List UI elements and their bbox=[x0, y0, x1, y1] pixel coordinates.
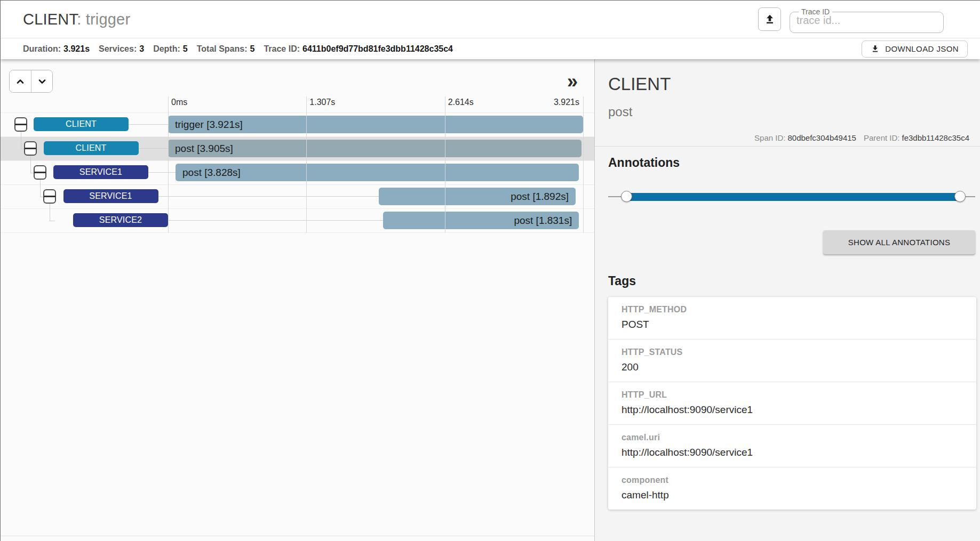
timeline-gridline bbox=[306, 96, 307, 233]
download-json-button[interactable]: DOWNLOAD JSON bbox=[862, 41, 968, 58]
service-badge[interactable]: SERVICE1 bbox=[53, 165, 148, 179]
span-bar-label: post [1.831s] bbox=[514, 215, 572, 227]
trace-service-name: CLIENT bbox=[23, 11, 77, 28]
show-all-annotations-button[interactable]: SHOW ALL ANNOTATIONS bbox=[823, 230, 975, 254]
span-bar-label: trigger [3.921s] bbox=[175, 119, 243, 131]
tree-connector-vertical bbox=[30, 156, 31, 173]
summary-item: Trace ID:6411b0ef9d77bd81fe3dbb11428c35c… bbox=[264, 44, 453, 54]
summary-item: Duration:3.921s bbox=[23, 44, 90, 54]
trace-id-input[interactable] bbox=[795, 14, 938, 27]
service-badge[interactable]: SERVICE1 bbox=[63, 189, 158, 203]
span-bar-label: post [1.892s] bbox=[511, 191, 569, 203]
summary-item-label: Trace ID: bbox=[264, 44, 300, 53]
double-chevron-right-icon[interactable]: » bbox=[567, 72, 578, 91]
badge-bar-connector bbox=[158, 196, 379, 197]
summary-bar: Duration:3.921sServices:3Depth:5Total Sp… bbox=[1, 38, 980, 59]
span-id-label: Span ID: bbox=[754, 133, 785, 142]
summary-item: Depth:5 bbox=[153, 44, 188, 54]
badge-bar-connector bbox=[139, 148, 169, 149]
tag-row: HTTP_URLhttp://localhost:9090/service1 bbox=[608, 382, 976, 425]
tag-value: 200 bbox=[622, 361, 966, 373]
parent-id-value: fe3dbb11428c35c4 bbox=[902, 133, 969, 142]
tags-card: HTTP_METHODPOSTHTTP_STATUS200HTTP_URLhtt… bbox=[608, 297, 976, 510]
timeline-tick-label: 2.614s bbox=[448, 98, 474, 107]
collapse-toggle[interactable] bbox=[34, 165, 46, 180]
tag-key: HTTP_METHOD bbox=[622, 305, 966, 314]
parent-id-label: Parent ID: bbox=[864, 133, 900, 142]
summary-item-value: 3 bbox=[139, 44, 144, 53]
detail-span-name: post bbox=[608, 104, 632, 119]
tree-connector-vertical bbox=[40, 180, 41, 197]
service-badge[interactable]: CLIENT bbox=[44, 141, 139, 155]
chevron-down-icon bbox=[37, 76, 47, 87]
detail-divider bbox=[595, 146, 980, 147]
badge-bar-connector bbox=[148, 172, 176, 173]
timeline-panel: » 0ms1.307s2.614s3.921s CLIENTtrigger [3… bbox=[1, 59, 594, 541]
tag-key: component bbox=[622, 475, 966, 485]
summary-item-label: Total Spans: bbox=[197, 44, 248, 53]
download-icon bbox=[871, 44, 880, 53]
annotations-range-slider bbox=[608, 190, 975, 204]
upload-icon bbox=[764, 13, 776, 25]
summary-items: Duration:3.921sServices:3Depth:5Total Sp… bbox=[23, 44, 453, 54]
next-span-button[interactable] bbox=[31, 70, 52, 92]
span-bar-label: post [3.905s] bbox=[175, 143, 233, 155]
slider-selected-range[interactable] bbox=[626, 193, 960, 201]
timeline-gridline bbox=[445, 96, 445, 233]
page-title: CLIENT: trigger bbox=[23, 11, 130, 28]
tag-row: camel.urihttp://localhost:9090/service1 bbox=[608, 425, 976, 467]
badge-bar-connector bbox=[168, 220, 383, 221]
span-duration-bar[interactable]: post [1.892s] bbox=[379, 188, 576, 205]
panel-divider bbox=[594, 59, 595, 541]
span-bar-label: post [3.828s] bbox=[182, 167, 241, 179]
span-nav-buttons bbox=[9, 70, 53, 93]
span-detail-panel: CLIENT post Span ID:80dbefc304b49415Pare… bbox=[595, 59, 980, 541]
top-toolbar: CLIENT: trigger Trace ID bbox=[1, 1, 980, 38]
annotations-heading: Annotations bbox=[608, 156, 680, 170]
slider-handle-right[interactable] bbox=[954, 191, 966, 202]
summary-item-value: 6411b0ef9d77bd81fe3dbb11428c35c4 bbox=[302, 44, 453, 53]
span-ids: Span ID:80dbefc304b49415Parent ID:fe3dbb… bbox=[754, 133, 969, 142]
trace-id-fieldset: Trace ID bbox=[790, 7, 944, 33]
tag-row: HTTP_METHODPOST bbox=[608, 297, 976, 340]
summary-item-label: Duration: bbox=[23, 44, 61, 53]
tag-value: camel-http bbox=[622, 489, 966, 501]
tag-value: POST bbox=[622, 319, 966, 330]
timeline-tick-label: 0ms bbox=[171, 98, 187, 107]
header-controls: Trace ID bbox=[758, 6, 944, 32]
detail-service-name: CLIENT bbox=[608, 74, 671, 94]
trace-span-name: trigger bbox=[86, 11, 131, 28]
collapse-toggle[interactable] bbox=[24, 141, 37, 156]
summary-item: Services:3 bbox=[99, 44, 144, 54]
span-duration-bar[interactable]: post [3.905s] bbox=[168, 140, 581, 157]
timeline-tick-label: 1.307s bbox=[309, 98, 335, 107]
service-badge[interactable]: SERVICE2 bbox=[73, 213, 168, 227]
summary-item-value: 5 bbox=[183, 44, 188, 53]
timeline-tick-label: 3.921s bbox=[554, 98, 583, 107]
collapse-toggle[interactable] bbox=[43, 189, 56, 204]
slider-handle-left[interactable] bbox=[621, 191, 632, 202]
span-duration-bar[interactable]: post [3.828s] bbox=[176, 164, 579, 181]
timeline-gridline bbox=[168, 96, 169, 233]
tags-heading: Tags bbox=[608, 274, 636, 288]
chevron-up-icon bbox=[15, 76, 26, 87]
title-separator: : bbox=[77, 11, 86, 28]
upload-trace-button[interactable] bbox=[758, 7, 781, 31]
tag-key: camel.uri bbox=[622, 433, 966, 442]
tag-row: componentcamel-http bbox=[608, 467, 976, 510]
tree-connector-vertical bbox=[21, 132, 21, 149]
collapse-toggle[interactable] bbox=[14, 117, 27, 132]
download-json-label: DOWNLOAD JSON bbox=[885, 44, 959, 53]
span-duration-bar[interactable]: post [1.831s] bbox=[383, 212, 579, 229]
badge-bar-connector bbox=[129, 124, 168, 125]
span-duration-bar[interactable]: trigger [3.921s] bbox=[168, 116, 583, 133]
summary-item-label: Services: bbox=[99, 44, 137, 53]
prev-span-button[interactable] bbox=[10, 70, 31, 92]
summary-item: Total Spans:5 bbox=[197, 44, 255, 54]
tag-key: HTTP_STATUS bbox=[622, 348, 966, 357]
span-id-value: 80dbefc304b49415 bbox=[787, 133, 856, 142]
app-window: CLIENT: trigger Trace ID Duration:3.921s… bbox=[0, 0, 980, 541]
header: CLIENT: trigger Trace ID Duration:3.921s… bbox=[1, 1, 980, 59]
tag-value: http://localhost:9090/service1 bbox=[622, 404, 966, 416]
service-badge[interactable]: CLIENT bbox=[34, 117, 129, 131]
